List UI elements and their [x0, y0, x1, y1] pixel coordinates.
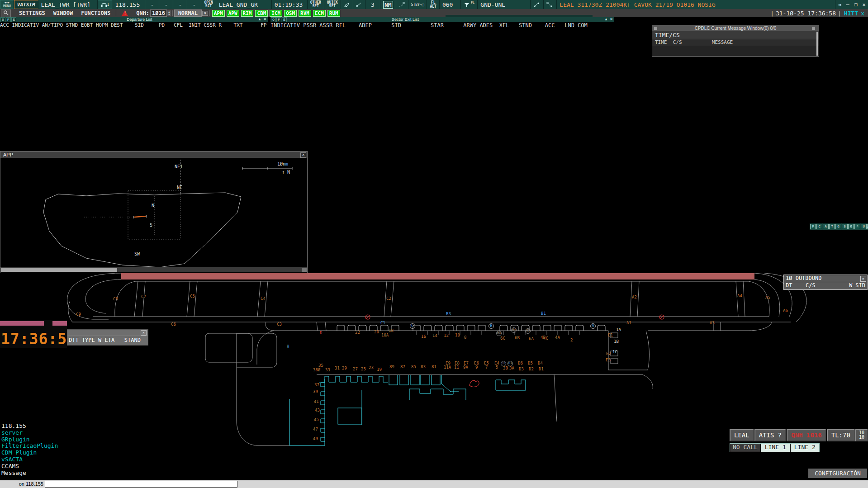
taxiway-stand-label: C2: [386, 297, 391, 301]
taxiway-stand-label: 10: [455, 333, 460, 337]
taxiway-stand-label: H: [287, 345, 289, 349]
clock-accent-bar: [0, 321, 44, 326]
taxiway-stand-label: C3: [277, 322, 282, 327]
taxiway-stand-label: 5: [496, 365, 498, 370]
chat-line: server: [1, 430, 58, 436]
configuration-button[interactable]: CONFIGURACIÓN: [808, 469, 867, 478]
topsky-btn-t[interactable]: T: [829, 224, 835, 229]
col-dt: DT: [786, 282, 792, 289]
outbound-title: 1Ø OUTBOUND: [786, 275, 821, 281]
taxiway-stand-label: 6A: [529, 337, 534, 341]
taxiway-stand-label: 22: [355, 331, 360, 335]
taxiway-stand-label: 83: [421, 365, 426, 369]
taxiway-stand-label: 47: [313, 427, 318, 431]
taxiway-stand-label: 89: [389, 365, 394, 369]
taxiway-stand-label: 19: [377, 368, 382, 372]
taxiway-stand-label: A3: [710, 321, 715, 325]
line2-button[interactable]: LINE 2: [791, 444, 819, 452]
taxiway-stand-label: C7: [141, 295, 146, 299]
taxiway-stand-label: 43: [315, 408, 320, 412]
ats-client-root: ◄+► MENU VATSIM LEAL_TWR [TWR] 1 118.155…: [0, 0, 868, 488]
topsky-btn-*[interactable]: *: [854, 224, 860, 229]
utc-clock[interactable]: 17:36:58: [1, 330, 76, 348]
taxiway-stand-label: 11A: [444, 365, 451, 370]
transition-level-button[interactable]: TL:70: [827, 429, 855, 441]
taxiway-stand-label: 37: [314, 383, 319, 387]
taxiway-stand-label: D: [320, 331, 322, 335]
dtt-header: DTT TYPE W ETA STAND: [67, 336, 148, 344]
taxiway-stand-label: 38Ø: [313, 368, 320, 372]
chat-line: CCAMS: [1, 463, 58, 470]
taxiway-stand-label: B3: [446, 312, 451, 316]
outbound-titlebar[interactable]: 1Ø OUTBOUND ✕: [784, 275, 867, 282]
chat-line: vSACTA: [1, 456, 58, 463]
taxiway-stand-label: D3: [519, 367, 524, 371]
taxiway-stand-label: 10A: [381, 333, 389, 337]
taxiway-stand-label: E1: [608, 333, 613, 337]
taxiway-stand-label: 20: [374, 330, 379, 334]
holding-point-marker: H1: [508, 361, 513, 366]
taxiway-stand-label: D1: [539, 367, 544, 371]
taxiway-stand-label: 4A: [555, 336, 560, 340]
topsky-strip-buttons: FCATGSO*U: [810, 224, 867, 229]
no-call-indicator[interactable]: NO CALL: [730, 444, 760, 452]
taxiway-stand-label: A4: [737, 294, 742, 298]
taxiway-stand-label: 14: [432, 334, 437, 338]
holding-point-marker: H4: [511, 327, 517, 333]
taxiway-stand-label: A5: [765, 296, 770, 300]
taxiway-stand-label: C5: [190, 294, 195, 298]
taxiway-stand-label: 8: [464, 336, 466, 340]
taxiway-stand-label: 85: [411, 365, 416, 369]
topsky-btn-u[interactable]: U: [861, 224, 867, 229]
taxiway-stand-label: C9: [76, 313, 81, 317]
taxiway-stand-label: 31: [335, 366, 340, 370]
command-input-bar: on 118.155: [0, 480, 868, 488]
line1-button[interactable]: LINE 1: [761, 444, 790, 452]
taxiway-stand-label: A2: [632, 295, 637, 299]
visibility-button[interactable]: 10 10: [855, 429, 868, 441]
topsky-btn-c[interactable]: C: [816, 224, 822, 229]
atis-letter-button[interactable]: ATIS ?: [754, 429, 787, 441]
taxiway-stand-label: 87: [400, 365, 405, 369]
taxiway-stand-label: 11: [454, 365, 459, 370]
taxiway-stand-label: D6: [518, 361, 523, 365]
dtt-list-window: ✕ DTT TYPE W ETA STAND: [67, 329, 148, 346]
clock-panel: 17:36:58: [0, 320, 67, 348]
taxiway-stand-label: 33: [325, 368, 330, 372]
topsky-btn-a[interactable]: A: [823, 224, 829, 229]
close-icon[interactable]: ✕: [141, 330, 147, 336]
taxiway-stand-label: A1: [626, 321, 631, 325]
taxiway-stand-label: 3B: [503, 366, 508, 370]
topsky-btn-f[interactable]: F: [810, 224, 816, 229]
topsky-btn-o[interactable]: O: [848, 224, 854, 229]
taxiway-stand-label: D5: [528, 361, 533, 365]
taxiway-stand-label: 81: [432, 365, 436, 369]
taxiway-stand-label: 29: [342, 366, 347, 370]
taxiway-stand-label: D4: [538, 361, 543, 365]
topsky-btn-g[interactable]: G: [835, 224, 841, 229]
taxiway-stand-label: C1: [380, 321, 385, 325]
taxiway-stand-label: 49: [313, 437, 318, 441]
taxiway-stand-label: 41: [314, 400, 319, 404]
close-icon[interactable]: ✕: [860, 276, 866, 282]
col-wsid: W SID: [849, 282, 865, 289]
outbound-columns: DT C/S W SID: [784, 282, 867, 289]
taxiway-stand-label: 6B: [515, 336, 520, 340]
taxiway-stand-label: E2: [606, 352, 611, 356]
topsky-btn-s[interactable]: S: [842, 224, 848, 229]
taxiway-stand-label: C4: [261, 297, 266, 301]
vis-value-2: 10: [859, 435, 864, 440]
atis-station-button[interactable]: LEAL: [730, 429, 754, 441]
taxiway-stand-label: 45: [314, 418, 319, 422]
holding-point-marker: H3: [501, 361, 506, 366]
holding-point-marker: B: [489, 323, 494, 329]
dtt-titlebar[interactable]: ✕: [67, 330, 148, 336]
taxiway-stand-label: 4C: [543, 336, 548, 341]
atis-qnh-button[interactable]: QNH 1016: [787, 429, 826, 441]
input-target-label: on 118.155: [0, 481, 43, 487]
command-input[interactable]: [45, 481, 237, 488]
taxiway-stand-label: 7: [485, 365, 488, 370]
taxiway-stand-label: 16: [421, 335, 426, 339]
taxiway-stand-label: C6: [171, 322, 176, 327]
clock-accent-bar: [52, 321, 67, 326]
